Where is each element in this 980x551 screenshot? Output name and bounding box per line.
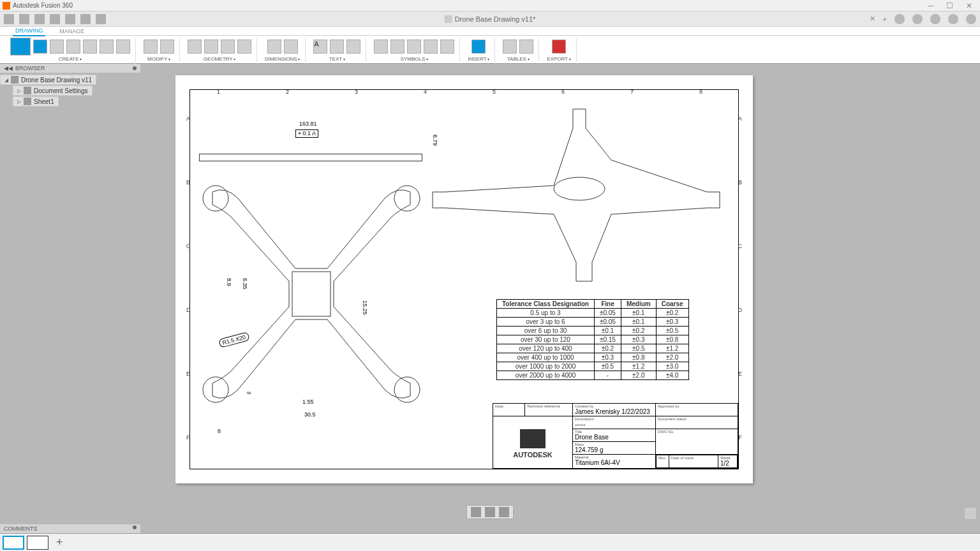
text-icon[interactable]: A (313, 40, 327, 54)
datum-icon[interactable] (407, 40, 421, 54)
front-view[interactable] (193, 179, 429, 409)
redo-icon[interactable] (65, 14, 75, 24)
balloon-icon[interactable] (519, 40, 533, 54)
home-icon[interactable] (96, 14, 106, 24)
dim-8[interactable]: 8 (217, 428, 221, 434)
app-title: Autodesk Fusion 360 (13, 2, 73, 9)
centerline-icon[interactable] (188, 40, 202, 54)
weld-icon[interactable] (424, 40, 438, 54)
comments-toggle-icon[interactable] (133, 525, 137, 529)
grid-col-6: 6 (561, 89, 565, 95)
sheet-thumb-1[interactable] (3, 536, 24, 550)
grid-row-f: F (186, 434, 190, 441)
tab-close-icon[interactable]: ✕ (870, 15, 875, 23)
fcf-icon[interactable] (390, 40, 405, 54)
pan-icon[interactable] (471, 507, 481, 517)
edge-ext-icon[interactable] (221, 40, 235, 54)
approved-label: Approved by (658, 404, 736, 408)
new-tab-icon[interactable]: + (883, 15, 887, 23)
browser-header[interactable]: ◀◀ BROWSER (0, 64, 140, 73)
sheet-icon (24, 98, 31, 105)
note-icon[interactable] (346, 40, 360, 54)
grid-col-7: 7 (630, 89, 634, 95)
hatch-icon[interactable] (237, 40, 251, 54)
tol-h2: Medium (621, 300, 656, 309)
tolerance-table[interactable]: Tolerance Class DesignationFineMediumCoa… (496, 299, 689, 380)
crop-view-icon[interactable] (100, 40, 114, 54)
feedback-icon[interactable] (965, 508, 976, 519)
tab-manage[interactable]: MANAGE (57, 27, 87, 36)
drawing-sheet[interactable]: 1 2 3 4 5 6 7 8 A B C D E F A B C D E F … (175, 75, 753, 483)
zoom-icon[interactable] (485, 507, 495, 517)
sheet-thumb-2[interactable] (27, 536, 48, 550)
tree-sheet1[interactable]: ▷Sheet1 (13, 96, 59, 107)
notifications-icon[interactable] (930, 14, 940, 24)
pdf-icon[interactable] (552, 40, 566, 54)
tab-drawing[interactable]: DRAWING (13, 26, 45, 36)
close-button[interactable]: ✕ (966, 1, 972, 10)
image-icon[interactable] (471, 40, 486, 54)
section-view-icon[interactable] (50, 40, 64, 54)
projected-view-icon[interactable] (33, 40, 47, 54)
dim-305[interactable]: 30.5 (304, 411, 316, 418)
dim-width[interactable]: 163.81 (299, 121, 318, 127)
detail-view-icon[interactable] (66, 40, 80, 54)
comments-panel[interactable]: COMMENTS (0, 524, 140, 533)
add-sheet-button[interactable]: + (51, 536, 68, 549)
bend-icon[interactable] (440, 40, 454, 54)
gdt-frame[interactable]: ⌖ 0.1 A (295, 129, 318, 138)
svg-point-5 (554, 177, 605, 200)
view-toolbar (466, 505, 514, 519)
extensions-icon[interactable] (895, 14, 905, 24)
profile-icon[interactable] (966, 14, 976, 24)
ribbon-create: CREATE (5, 38, 136, 64)
canvas[interactable]: 1 2 3 4 5 6 7 8 A B C D E F A B C D E F … (0, 64, 980, 520)
material-value: Titanium 6Al-4V (575, 459, 653, 466)
job-status-icon[interactable] (912, 14, 923, 24)
dim-89[interactable]: 8.9 (225, 278, 233, 286)
rotate-icon[interactable] (160, 40, 174, 54)
dim-inf[interactable]: ∞ (246, 390, 251, 396)
sketch-icon[interactable] (116, 40, 130, 54)
save-icon[interactable] (34, 14, 45, 24)
ordinate-icon[interactable] (284, 40, 298, 54)
dim-635[interactable]: 6.35 (241, 278, 249, 290)
title-block[interactable]: Dept. Technical reference Created byJame… (493, 403, 738, 469)
sheet-value: 1/2 (720, 460, 735, 467)
autodesk-logo-text: AUTODESK (495, 451, 570, 459)
document-tab[interactable]: Drone Base Drawing v11* (445, 15, 536, 23)
grid-row-e: E (186, 371, 190, 377)
leader-icon[interactable] (330, 40, 344, 54)
dim-155[interactable]: 1.55 (302, 399, 315, 405)
browser-toggle-icon[interactable] (133, 66, 137, 70)
link-icon[interactable] (80, 14, 91, 24)
table-icon[interactable] (503, 40, 517, 54)
surface-icon[interactable] (374, 40, 388, 54)
techref-label: Technical reference (527, 404, 570, 408)
base-view-icon[interactable] (10, 38, 31, 55)
grid-row-f-r: F (739, 434, 743, 441)
grid-col-3: 3 (355, 89, 358, 95)
undo-icon[interactable] (50, 14, 60, 24)
move-icon[interactable] (144, 40, 158, 54)
table-row: 0.5 up to 3±0.05±0.1±0.2 (497, 309, 689, 318)
grid-row-e-r: E (738, 371, 742, 377)
dim-1525[interactable]: 15.25 (361, 300, 369, 315)
tree-settings[interactable]: ▷Document Settings (13, 85, 93, 96)
rev-label: Rev. (658, 456, 667, 460)
maximize-button[interactable]: ☐ (946, 1, 953, 10)
tables-label: TABLES (507, 56, 530, 62)
zoom-fit-icon[interactable] (499, 507, 509, 517)
new-icon[interactable] (19, 14, 29, 24)
grid-icon[interactable] (4, 14, 14, 24)
help-icon[interactable] (948, 14, 958, 24)
grid-row-b-r: B (738, 179, 742, 186)
dimension-icon[interactable] (267, 40, 281, 54)
grid-col-4: 4 (424, 89, 427, 95)
centermark-icon[interactable] (204, 40, 218, 54)
top-view[interactable] (199, 154, 422, 161)
iso-view[interactable] (426, 103, 726, 294)
minimize-button[interactable]: ─ (928, 1, 933, 10)
break-view-icon[interactable] (83, 40, 97, 54)
tree-root[interactable]: ◢Drone Base Drawing v11 (0, 75, 96, 85)
